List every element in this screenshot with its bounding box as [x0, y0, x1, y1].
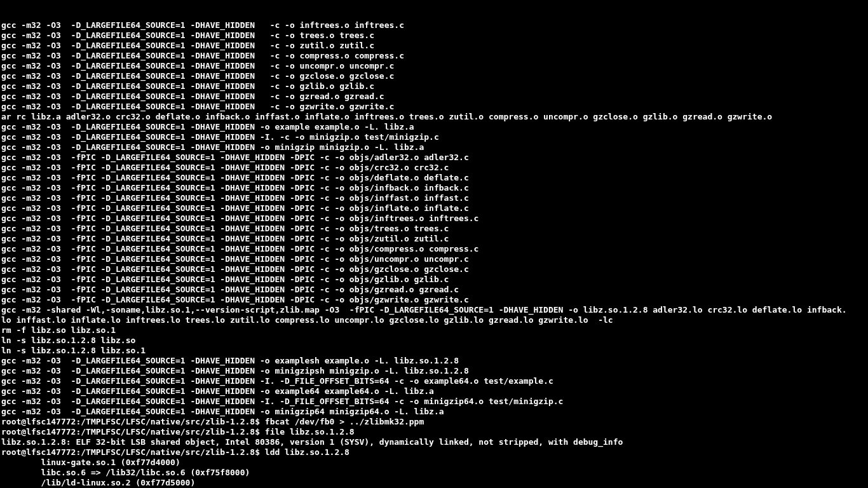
terminal-output-line: gcc -m32 -O3 -fPIC -D_LARGEFILE64_SOURCE…: [1, 224, 867, 234]
terminal-output-line: gcc -m32 -O3 -fPIC -D_LARGEFILE64_SOURCE…: [1, 274, 867, 285]
terminal-output-line: gcc -m32 -O3 -D_LARGEFILE64_SOURCE=1 -DH…: [1, 132, 867, 142]
terminal-output-line: gcc -m32 -O3 -D_LARGEFILE64_SOURCE=1 -DH…: [1, 92, 867, 102]
terminal-output-line: gcc -m32 -O3 -fPIC -D_LARGEFILE64_SOURCE…: [1, 234, 867, 244]
terminal-output-line: ar rc libz.a adler32.o crc32.o deflate.o…: [1, 112, 867, 122]
terminal-output-line: gcc -m32 -O3 -D_LARGEFILE64_SOURCE=1 -DH…: [1, 366, 867, 376]
terminal-output-line: gcc -m32 -O3 -D_LARGEFILE64_SOURCE=1 -DH…: [1, 142, 867, 152]
terminal-output-line: gcc -m32 -O3 -fPIC -D_LARGEFILE64_SOURCE…: [1, 163, 867, 173]
terminal-output-line: ln -s libz.so.1.2.8 libz.so: [1, 336, 867, 346]
terminal-output-line: root@lfsc147772:/TMPLFSC/LFSC/native/src…: [1, 447, 867, 458]
terminal-output-line: /lib/ld-linux.so.2 (0xf77d5000): [1, 478, 867, 488]
terminal-output-line: linux-gate.so.1 (0xf77d4000): [1, 458, 867, 468]
terminal-output-line: gcc -m32 -O3 -fPIC -D_LARGEFILE64_SOURCE…: [1, 244, 867, 254]
terminal-output-line: gcc -m32 -shared -Wl,-soname,libz.so.1,-…: [1, 305, 867, 315]
terminal-output-line: gcc -m32 -O3 -fPIC -D_LARGEFILE64_SOURCE…: [1, 295, 867, 305]
terminal-output-line: gcc -m32 -O3 -D_LARGEFILE64_SOURCE=1 -DH…: [1, 376, 867, 386]
terminal-output-line: gcc -m32 -O3 -fPIC -D_LARGEFILE64_SOURCE…: [1, 254, 867, 264]
terminal-output-line: gcc -m32 -O3 -fPIC -D_LARGEFILE64_SOURCE…: [1, 173, 867, 183]
terminal-viewport[interactable]: gcc -m32 -O3 -D_LARGEFILE64_SOURCE=1 -DH…: [0, 0, 868, 488]
terminal-output-line: gcc -m32 -O3 -D_LARGEFILE64_SOURCE=1 -DH…: [1, 30, 867, 41]
terminal-output-line: gcc -m32 -O3 -fPIC -D_LARGEFILE64_SOURCE…: [1, 214, 867, 224]
terminal-output-line: rm -f libz.so libz.so.1: [1, 325, 867, 336]
terminal-output-line: gcc -m32 -O3 -fPIC -D_LARGEFILE64_SOURCE…: [1, 264, 867, 274]
terminal-output-line: gcc -m32 -O3 -fPIC -D_LARGEFILE64_SOURCE…: [1, 203, 867, 214]
terminal-output-line: gcc -m32 -O3 -fPIC -D_LARGEFILE64_SOURCE…: [1, 193, 867, 203]
terminal-output-line: gcc -m32 -O3 -D_LARGEFILE64_SOURCE=1 -DH…: [1, 20, 867, 30]
terminal-output-line: root@lfsc147772:/TMPLFSC/LFSC/native/src…: [1, 417, 867, 427]
terminal-output-line: gcc -m32 -O3 -D_LARGEFILE64_SOURCE=1 -DH…: [1, 81, 867, 92]
terminal-output-line: gcc -m32 -O3 -D_LARGEFILE64_SOURCE=1 -DH…: [1, 102, 867, 112]
terminal-output-line: gcc -m32 -O3 -fPIC -D_LARGEFILE64_SOURCE…: [1, 183, 867, 193]
terminal-scrollback: gcc -m32 -O3 -D_LARGEFILE64_SOURCE=1 -DH…: [1, 20, 867, 488]
terminal-output-line: ln -s libz.so.1.2.8 libz.so.1: [1, 346, 867, 356]
terminal-output-line: gcc -m32 -O3 -D_LARGEFILE64_SOURCE=1 -DH…: [1, 71, 867, 81]
terminal-output-line: gcc -m32 -O3 -D_LARGEFILE64_SOURCE=1 -DH…: [1, 396, 867, 407]
terminal-output-line: libz.so.1.2.8: ELF 32-bit LSB shared obj…: [1, 437, 867, 447]
terminal-output-line: lo inffast.lo inflate.lo inftrees.lo tre…: [1, 315, 867, 325]
terminal-output-line: gcc -m32 -O3 -D_LARGEFILE64_SOURCE=1 -DH…: [1, 41, 867, 51]
terminal-output-line: gcc -m32 -O3 -fPIC -D_LARGEFILE64_SOURCE…: [1, 285, 867, 295]
terminal-output-line: gcc -m32 -O3 -D_LARGEFILE64_SOURCE=1 -DH…: [1, 386, 867, 396]
terminal-output-line: gcc -m32 -O3 -D_LARGEFILE64_SOURCE=1 -DH…: [1, 407, 867, 417]
terminal-output-line: gcc -m32 -O3 -D_LARGEFILE64_SOURCE=1 -DH…: [1, 356, 867, 366]
terminal-output-line: gcc -m32 -O3 -D_LARGEFILE64_SOURCE=1 -DH…: [1, 51, 867, 61]
terminal-output-line: gcc -m32 -O3 -fPIC -D_LARGEFILE64_SOURCE…: [1, 152, 867, 163]
terminal-output-line: libc.so.6 => /lib32/libc.so.6 (0xf75f800…: [1, 468, 867, 478]
terminal-output-line: root@lfsc147772:/TMPLFSC/LFSC/native/src…: [1, 427, 867, 437]
terminal-output-line: gcc -m32 -O3 -D_LARGEFILE64_SOURCE=1 -DH…: [1, 122, 867, 132]
terminal-output-line: gcc -m32 -O3 -D_LARGEFILE64_SOURCE=1 -DH…: [1, 61, 867, 71]
